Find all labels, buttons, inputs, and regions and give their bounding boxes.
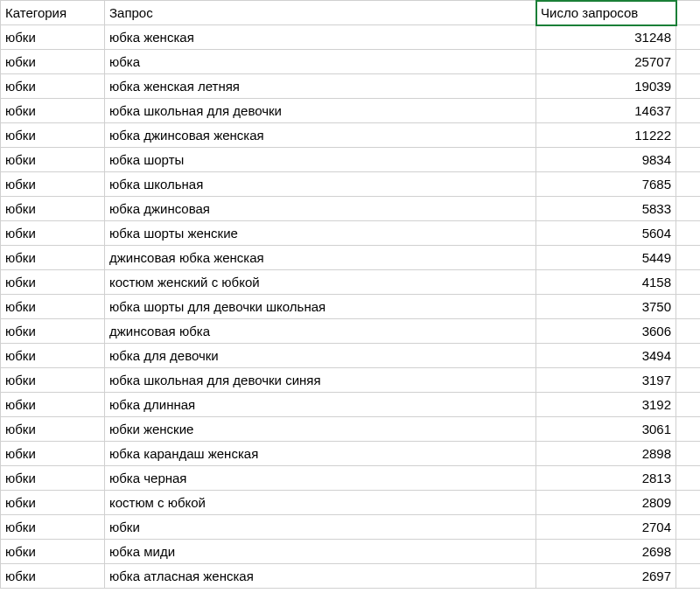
cell-count[interactable]: 5449	[536, 246, 676, 270]
cell-count[interactable]: 3197	[536, 368, 676, 393]
cell-category[interactable]: юбки	[1, 148, 105, 172]
cell-query[interactable]: юбка шорты женские	[105, 221, 536, 246]
cell-count[interactable]: 2809	[536, 491, 676, 515]
cell-query[interactable]: юбка для девочки	[105, 344, 536, 368]
cell-category[interactable]: юбки	[1, 393, 105, 417]
cell-extra[interactable]	[676, 564, 701, 589]
cell-category[interactable]: юбки	[1, 295, 105, 319]
cell-query[interactable]: костюм с юбкой	[105, 491, 536, 515]
cell-query[interactable]: юбки	[105, 515, 536, 540]
cell-query[interactable]: юбка женская летняя	[105, 74, 536, 99]
cell-extra[interactable]	[676, 319, 701, 344]
cell-count[interactable]: 25707	[536, 50, 676, 74]
cell-category[interactable]: юбки	[1, 221, 105, 246]
cell-count[interactable]: 3494	[536, 344, 676, 368]
cell-extra[interactable]	[676, 172, 701, 197]
cell-query[interactable]: костюм женский с юбкой	[105, 270, 536, 295]
cell-count[interactable]: 3061	[536, 417, 676, 442]
cell-extra[interactable]	[676, 270, 701, 295]
cell-category[interactable]: юбки	[1, 197, 105, 221]
cell-count[interactable]: 2704	[536, 515, 676, 540]
cell-category[interactable]: юбки	[1, 246, 105, 270]
cell-count[interactable]: 5604	[536, 221, 676, 246]
cell-extra[interactable]	[676, 417, 701, 442]
table-row: юбкикостюм с юбкой2809	[1, 491, 701, 515]
cell-extra[interactable]	[676, 442, 701, 466]
cell-query[interactable]: юбка женская	[105, 25, 536, 50]
table-row: юбкиюбки2704	[1, 515, 701, 540]
cell-category[interactable]: юбки	[1, 172, 105, 197]
cell-count[interactable]: 31248	[536, 25, 676, 50]
table-row: юбкиюбка атласная женская2697	[1, 564, 701, 589]
cell-extra[interactable]	[676, 491, 701, 515]
cell-category[interactable]: юбки	[1, 25, 105, 50]
cell-query[interactable]: юбка джинсовая	[105, 197, 536, 221]
cell-count[interactable]: 9834	[536, 148, 676, 172]
cell-query[interactable]: юбка шорты	[105, 148, 536, 172]
cell-count[interactable]: 11222	[536, 123, 676, 148]
cell-count[interactable]: 3192	[536, 393, 676, 417]
cell-category[interactable]: юбки	[1, 74, 105, 99]
cell-count[interactable]: 3750	[536, 295, 676, 319]
cell-extra[interactable]	[676, 123, 701, 148]
cell-query[interactable]: юбка шорты для девочки школьная	[105, 295, 536, 319]
cell-extra[interactable]	[676, 221, 701, 246]
cell-category[interactable]: юбки	[1, 50, 105, 74]
cell-query[interactable]: юбка карандаш женская	[105, 442, 536, 466]
cell-count[interactable]: 2898	[536, 442, 676, 466]
cell-category[interactable]: юбки	[1, 417, 105, 442]
cell-category[interactable]: юбки	[1, 564, 105, 589]
header-row: Категория Запрос Число запросов	[1, 1, 701, 25]
cell-extra[interactable]	[676, 540, 701, 564]
cell-extra[interactable]	[676, 74, 701, 99]
cell-category[interactable]: юбки	[1, 123, 105, 148]
cell-count[interactable]: 3606	[536, 319, 676, 344]
cell-extra[interactable]	[676, 515, 701, 540]
cell-extra[interactable]	[676, 148, 701, 172]
cell-category[interactable]: юбки	[1, 270, 105, 295]
cell-count[interactable]: 14637	[536, 99, 676, 123]
cell-query[interactable]: джинсовая юбка женская	[105, 246, 536, 270]
cell-category[interactable]: юбки	[1, 99, 105, 123]
cell-query[interactable]: юбка джинсовая женская	[105, 123, 536, 148]
cell-category[interactable]: юбки	[1, 368, 105, 393]
cell-query[interactable]: юбка миди	[105, 540, 536, 564]
cell-query[interactable]: юбка черная	[105, 466, 536, 491]
cell-extra[interactable]	[676, 344, 701, 368]
cell-extra[interactable]	[676, 368, 701, 393]
cell-extra[interactable]	[676, 393, 701, 417]
cell-extra[interactable]	[676, 295, 701, 319]
cell-category[interactable]: юбки	[1, 442, 105, 466]
cell-extra[interactable]	[676, 99, 701, 123]
cell-count[interactable]: 2698	[536, 540, 676, 564]
cell-count[interactable]: 5833	[536, 197, 676, 221]
cell-query[interactable]: юбка длинная	[105, 393, 536, 417]
cell-extra[interactable]	[676, 25, 701, 50]
cell-extra[interactable]	[676, 466, 701, 491]
cell-query[interactable]: джинсовая юбка	[105, 319, 536, 344]
cell-query[interactable]: юбка	[105, 50, 536, 74]
cell-query[interactable]: юбка школьная для девочки	[105, 99, 536, 123]
cell-category[interactable]: юбки	[1, 491, 105, 515]
cell-count[interactable]: 2813	[536, 466, 676, 491]
cell-count[interactable]: 4158	[536, 270, 676, 295]
cell-extra[interactable]	[676, 246, 701, 270]
header-count[interactable]: Число запросов	[536, 1, 676, 25]
cell-category[interactable]: юбки	[1, 344, 105, 368]
cell-count[interactable]: 19039	[536, 74, 676, 99]
cell-extra[interactable]	[676, 197, 701, 221]
cell-category[interactable]: юбки	[1, 319, 105, 344]
header-query[interactable]: Запрос	[105, 1, 536, 25]
cell-extra[interactable]	[676, 50, 701, 74]
cell-query[interactable]: юбка школьная для девочки синяя	[105, 368, 536, 393]
cell-query[interactable]: юбки женские	[105, 417, 536, 442]
header-extra[interactable]	[676, 1, 701, 25]
cell-count[interactable]: 2697	[536, 564, 676, 589]
cell-category[interactable]: юбки	[1, 540, 105, 564]
cell-query[interactable]: юбка атласная женская	[105, 564, 536, 589]
header-category[interactable]: Категория	[1, 1, 105, 25]
cell-category[interactable]: юбки	[1, 466, 105, 491]
cell-query[interactable]: юбка школьная	[105, 172, 536, 197]
cell-category[interactable]: юбки	[1, 515, 105, 540]
cell-count[interactable]: 7685	[536, 172, 676, 197]
